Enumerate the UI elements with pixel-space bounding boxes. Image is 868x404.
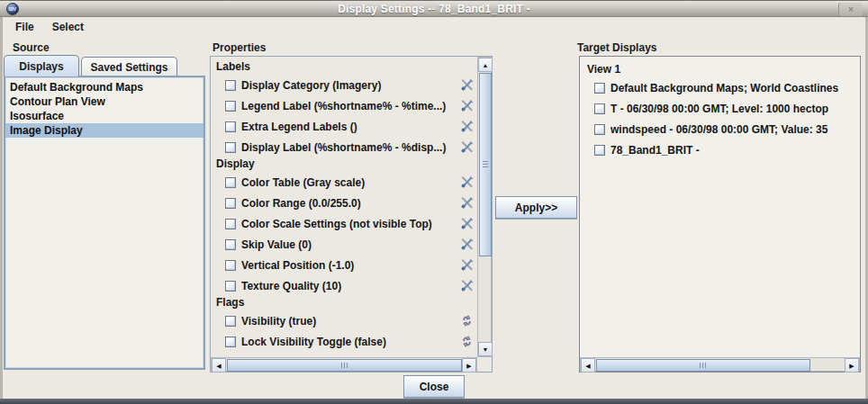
right-arrow-icon: ▶ bbox=[466, 363, 471, 369]
tools-icon[interactable] bbox=[459, 140, 475, 154]
thumb-grip-icon bbox=[700, 363, 707, 368]
checkbox[interactable] bbox=[594, 83, 605, 94]
tools-icon[interactable] bbox=[459, 279, 475, 292]
tools-icon[interactable] bbox=[459, 120, 475, 133]
scroll-thumb[interactable] bbox=[227, 359, 462, 372]
tab-saved-settings[interactable]: Saved Settings bbox=[81, 57, 177, 76]
scroll-up-button[interactable]: ▲ bbox=[478, 58, 493, 72]
tools-icon[interactable] bbox=[459, 238, 475, 251]
window-title: Display Settings -- 78_Band1_BRIT - bbox=[0, 3, 868, 15]
menu-file[interactable]: File bbox=[13, 19, 37, 35]
property-row[interactable]: Color Table (Gray scale) bbox=[211, 172, 477, 193]
source-list: Default Background MapsContour Plan View… bbox=[4, 76, 205, 370]
scroll-left-button[interactable]: ◀ bbox=[212, 358, 226, 373]
scroll-thumb[interactable] bbox=[479, 73, 492, 256]
property-row[interactable]: Texture Quality (10) bbox=[211, 275, 477, 296]
property-row[interactable]: Visibility (true) bbox=[211, 310, 477, 331]
close-window-button[interactable]: × bbox=[838, 3, 863, 16]
target-row[interactable]: windspeed - 06/30/98 00:00 GMT; Value: 3… bbox=[580, 119, 860, 139]
menu-select[interactable]: Select bbox=[50, 19, 86, 35]
scroll-down-button[interactable]: ▼ bbox=[478, 342, 493, 356]
list-item[interactable]: Isosurface bbox=[5, 109, 203, 123]
property-row[interactable]: Display Label (%shortname% - %disp...) bbox=[211, 137, 477, 157]
left-arrow-icon: ◀ bbox=[216, 363, 221, 369]
property-label: Extra Legend Labels () bbox=[241, 121, 459, 133]
checkbox[interactable] bbox=[225, 198, 236, 209]
checkbox[interactable] bbox=[225, 121, 236, 132]
property-label: Legend Label (%shortname% - %time...) bbox=[241, 100, 459, 112]
property-row[interactable]: Lock Visibility Toggle (false) bbox=[211, 331, 477, 352]
checkbox[interactable] bbox=[225, 142, 236, 153]
property-row[interactable]: Skip Value (0) bbox=[211, 234, 477, 255]
checkbox[interactable] bbox=[225, 80, 236, 91]
property-label: Color Range (0.0/255.0) bbox=[241, 197, 459, 210]
tools-icon[interactable] bbox=[459, 258, 475, 272]
property-label: Display Category (Imagery) bbox=[241, 79, 459, 92]
tools-icon[interactable] bbox=[459, 78, 475, 92]
properties-pane: LabelsDisplay Category (Imagery)Legend L… bbox=[210, 56, 493, 373]
close-icon: × bbox=[848, 4, 854, 14]
properties-vertical-scrollbar[interactable]: ▲ ▼ bbox=[477, 57, 492, 357]
property-label: Color Scale Settings (not visible Top) bbox=[241, 218, 459, 230]
checkbox[interactable] bbox=[594, 124, 605, 135]
property-row[interactable]: Legend Label (%shortname% - %time...) bbox=[211, 95, 477, 116]
checkbox[interactable] bbox=[594, 145, 605, 156]
property-label: Color Table (Gray scale) bbox=[241, 176, 459, 189]
properties-horizontal-scrollbar[interactable]: ◀ ▶ bbox=[211, 357, 477, 372]
close-button[interactable]: Close bbox=[403, 375, 465, 398]
property-row[interactable]: Color Scale Settings (not visible Top) bbox=[211, 213, 477, 234]
checkbox[interactable] bbox=[225, 281, 236, 292]
window-bottom-border[interactable] bbox=[0, 399, 868, 404]
target-row[interactable]: Default Background Maps; World Coastline… bbox=[580, 77, 860, 98]
view-label: View 1 bbox=[580, 57, 860, 77]
property-row[interactable]: Vertical Position (-1.0) bbox=[211, 255, 477, 275]
properties-viewport: LabelsDisplay Category (Imagery)Legend L… bbox=[211, 57, 477, 357]
scroll-thumb[interactable] bbox=[596, 359, 810, 372]
list-item[interactable]: Image Display bbox=[5, 123, 203, 138]
list-item[interactable]: Contour Plan View bbox=[5, 94, 203, 109]
property-row[interactable]: Display Category (Imagery) bbox=[211, 75, 477, 95]
checkbox[interactable] bbox=[225, 260, 236, 271]
tools-icon[interactable] bbox=[459, 217, 475, 230]
scroll-left-button[interactable]: ◀ bbox=[581, 358, 595, 373]
target-row[interactable]: T - 06/30/98 00:00 GMT; Level: 1000 hect… bbox=[580, 98, 860, 119]
target-section-label: Target Displays bbox=[577, 41, 656, 54]
checkbox[interactable] bbox=[225, 219, 236, 229]
checkbox[interactable] bbox=[225, 316, 236, 327]
target-horizontal-scrollbar[interactable]: ◀ ▶ bbox=[580, 357, 860, 372]
left-arrow-icon: ◀ bbox=[585, 363, 590, 369]
target-row-label: T - 06/30/98 00:00 GMT; Level: 1000 hect… bbox=[610, 103, 860, 115]
group-header: Flags bbox=[211, 296, 477, 310]
target-displays-pane: View 1 Default Background Maps; World Co… bbox=[579, 56, 861, 373]
checkbox[interactable] bbox=[594, 103, 605, 114]
target-row-label: 78_Band1_BRIT - bbox=[610, 144, 860, 157]
property-row[interactable]: Color Range (0.0/255.0) bbox=[211, 193, 477, 213]
target-viewport: View 1 Default Background Maps; World Co… bbox=[580, 57, 860, 357]
property-row[interactable]: Extra Legend Labels () bbox=[211, 116, 477, 137]
property-label: Visibility (true) bbox=[241, 315, 459, 328]
apply-button-label: Apply>> bbox=[515, 202, 557, 214]
right-arrow-icon: ▶ bbox=[849, 363, 854, 369]
target-row[interactable]: 78_Band1_BRIT - bbox=[580, 139, 860, 160]
tab-displays[interactable]: Displays bbox=[4, 55, 79, 76]
property-label: Skip Value (0) bbox=[241, 238, 459, 251]
thumb-grip-icon bbox=[341, 363, 348, 368]
menubar: FileSelect bbox=[3, 17, 865, 36]
down-arrow-icon: ▼ bbox=[483, 346, 489, 353]
checkbox[interactable] bbox=[225, 337, 236, 347]
up-arrow-icon: ▲ bbox=[483, 62, 489, 68]
scroll-right-button[interactable]: ▶ bbox=[462, 358, 476, 373]
apply-button[interactable]: Apply>> bbox=[495, 196, 577, 219]
scroll-right-button[interactable]: ▶ bbox=[845, 358, 859, 373]
thumb-grip-icon bbox=[483, 161, 488, 168]
checkbox[interactable] bbox=[225, 101, 236, 112]
cycle-icon[interactable] bbox=[459, 335, 475, 348]
window-titlebar[interactable]: IDV Display Settings -- 78_Band1_BRIT - … bbox=[0, 0, 868, 17]
checkbox[interactable] bbox=[225, 177, 236, 188]
cycle-icon[interactable] bbox=[459, 314, 475, 328]
tools-icon[interactable] bbox=[459, 99, 475, 112]
tools-icon[interactable] bbox=[459, 175, 475, 189]
checkbox[interactable] bbox=[225, 239, 236, 250]
list-item[interactable]: Default Background Maps bbox=[5, 80, 203, 94]
tools-icon[interactable] bbox=[459, 196, 475, 210]
